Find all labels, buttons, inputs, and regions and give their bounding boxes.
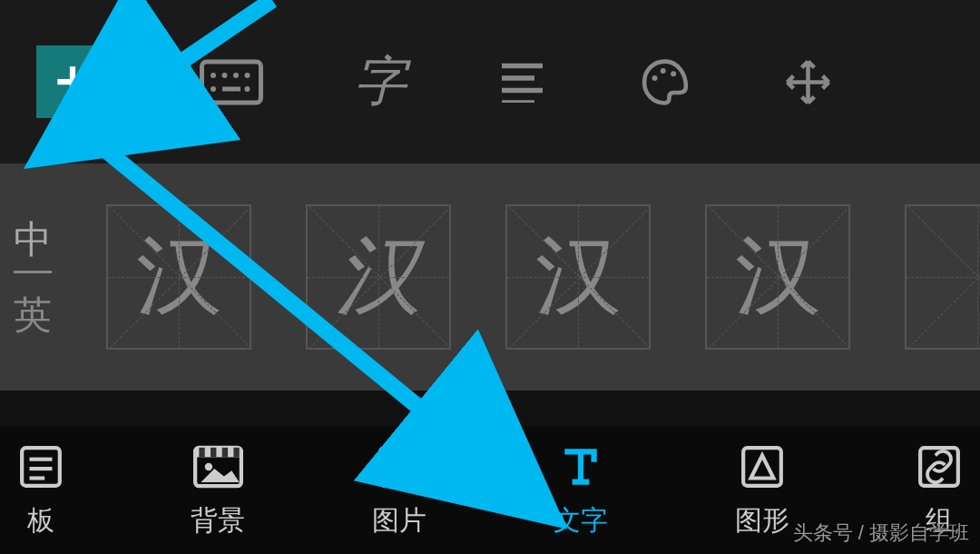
lang-chinese[interactable]: 中 [14,214,52,273]
shape-icon [740,444,785,490]
tab-image[interactable]: 图片 [372,441,426,539]
move-button[interactable] [783,57,833,107]
tab-background[interactable]: 背景 [191,441,245,539]
palette-icon [638,57,692,107]
svg-point-12 [652,74,658,80]
plus-icon [50,59,95,104]
tab-label: 图片 [372,502,426,539]
top-toolbar: 字 [0,0,980,163]
background-icon [193,444,243,490]
keyboard-icon [200,57,263,107]
char-preview[interactable]: 汉 [306,204,451,350]
svg-point-14 [671,71,676,76]
svg-point-3 [233,73,239,78]
text-icon [558,444,603,490]
template-icon [18,444,64,490]
svg-rect-0 [202,62,261,103]
svg-point-2 [222,73,228,78]
char-preview[interactable]: 汉 [705,204,850,350]
svg-point-6 [245,86,250,92]
svg-point-27 [387,457,396,465]
char-preview[interactable]: 汉 [505,204,651,350]
move-icon [783,57,833,107]
svg-point-4 [245,73,250,78]
tab-text[interactable]: 文字 [554,441,608,539]
font-style-button[interactable]: 字 [354,46,407,117]
svg-rect-21 [199,447,204,457]
palette-button[interactable] [638,57,692,107]
lang-english[interactable]: 英 [14,290,52,341]
svg-rect-22 [211,447,216,457]
char-preview[interactable] [905,204,980,350]
keyboard-button[interactable] [200,57,263,107]
align-icon [497,62,547,103]
svg-point-25 [204,462,211,470]
tab-label: 背景 [191,502,245,539]
tab-label: 板 [27,502,54,539]
svg-point-5 [211,86,216,92]
link-icon [916,444,962,490]
tab-shape[interactable]: 图形 [735,441,789,539]
tab-template[interactable]: 板 [18,441,64,539]
svg-rect-23 [221,447,227,457]
align-button[interactable] [497,62,547,103]
tab-label: 文字 [554,502,608,539]
svg-rect-24 [233,447,239,457]
svg-point-13 [661,67,666,73]
tab-label: 图形 [735,502,789,539]
watermark: 头条号 / 摄影自学班 [793,519,969,547]
font-preview-area: 中 英 汉 汉 汉 汉 [0,163,980,391]
add-button[interactable] [36,45,109,118]
svg-rect-7 [222,86,240,91]
language-toggle[interactable]: 中 英 [14,214,52,341]
image-icon [377,444,422,490]
char-preview[interactable]: 汉 [106,204,251,350]
svg-point-1 [211,73,216,78]
